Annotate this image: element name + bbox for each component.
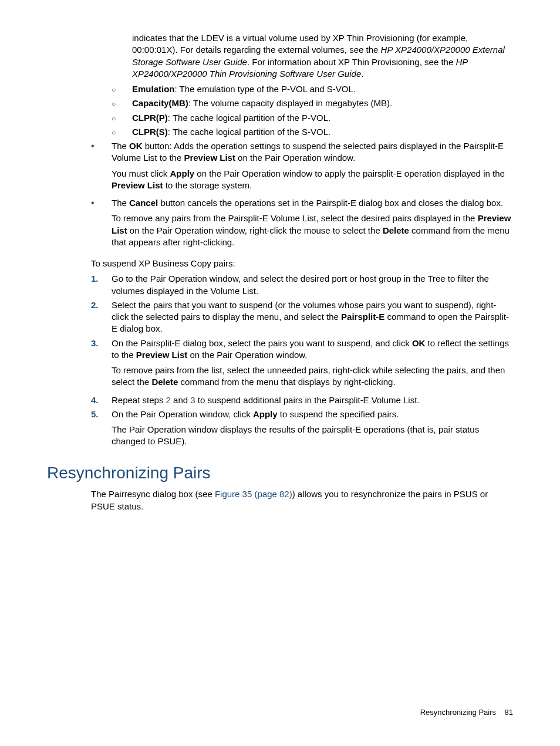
preview-list-label: Preview List (112, 180, 163, 190)
text: : The cache logical partition of the P-V… (168, 113, 330, 123)
list-content: Emulation: The emulation type of the P-V… (132, 83, 513, 95)
paragraph: The Pair Operation window displays the r… (112, 424, 513, 448)
link-step-2[interactable]: 2 (166, 395, 171, 405)
step-content: On the Pair Operation window, click Appl… (112, 409, 513, 451)
page-content: indicates that the LDEV is a virtual vol… (0, 0, 560, 534)
bullet-hollow-icon: ○ (112, 97, 132, 109)
paragraph: To remove any pairs from the Pairsplit-E… (112, 212, 513, 248)
bullet-solid-icon: • (91, 140, 112, 195)
sublist-item-clprp: ○ CLPR(P): The cache logical partition o… (112, 112, 513, 124)
intro-paragraph: indicates that the LDEV is a virtual vol… (132, 32, 513, 80)
text: On the Pairsplit-E dialog box, select th… (112, 338, 412, 348)
text: The (112, 141, 129, 151)
step-number: 5. (91, 409, 112, 451)
paragraph: To remove pairs from the list, select th… (112, 364, 513, 389)
cancel-label: Cancel (129, 198, 158, 208)
text: : The volume capacity displayed in megab… (188, 98, 392, 108)
step-number: 4. (91, 394, 112, 406)
text: and (171, 395, 190, 405)
suspend-intro: To suspend XP Business Copy pairs: (91, 258, 513, 269)
link-step-3[interactable]: 3 (190, 395, 195, 405)
text: To remove any pairs from the Pairsplit-E… (112, 213, 478, 223)
delete-label: Delete (151, 377, 178, 387)
text: command from the menu that displays by r… (178, 377, 395, 387)
text: Repeat steps (112, 395, 166, 405)
link-figure-35[interactable]: Figure 35 (page 82) (215, 489, 292, 499)
step-number: 1. (91, 273, 112, 297)
resync-paragraph: The Pairresync dialog box (see Figure 35… (91, 488, 513, 512)
sublist-item-clprs: ○ CLPR(S): The cache logical partition o… (112, 126, 513, 138)
text: The Pairresync dialog box (see (91, 489, 215, 499)
paragraph: On the Pair Operation window, click Appl… (112, 409, 513, 420)
label: Emulation (132, 84, 175, 94)
text: on the Pair Operation window. (187, 350, 307, 360)
text: The (112, 198, 129, 208)
preview-list-label: Preview List (136, 350, 188, 360)
paragraph: The Cancel button cancels the operations… (112, 197, 513, 209)
list-item-cancel: • The Cancel button cancels the operatio… (91, 197, 513, 252)
delete-label: Delete (383, 225, 409, 235)
step-content: Select the pairs that you want to suspen… (112, 299, 513, 335)
sublist-item-emulation: ○ Emulation: The emulation type of the P… (112, 83, 513, 95)
label: CLPR(S) (132, 127, 168, 137)
ok-label: OK (129, 141, 143, 151)
sublist-item-capacity: ○ Capacity(MB): The volume capacity disp… (112, 97, 513, 109)
page-footer: Resynchronizing Pairs 81 (420, 707, 513, 718)
step-number: 2. (91, 299, 112, 335)
preview-list-label: Preview List (184, 153, 235, 163)
text: : The cache logical partition of the S-V… (168, 127, 330, 137)
step-content: On the Pairsplit-E dialog box, select th… (112, 337, 513, 392)
list-content: CLPR(P): The cache logical partition of … (132, 112, 513, 124)
bullet-hollow-icon: ○ (112, 112, 132, 124)
pairsplit-label: Pairsplit-E (341, 312, 384, 322)
text: On the Pair Operation window, click (112, 409, 253, 419)
text: . (361, 69, 363, 79)
text: on the Pair Operation window, right-clic… (127, 225, 383, 235)
paragraph: You must click Apply on the Pair Operati… (112, 168, 513, 192)
list-content: CLPR(S): The cache logical partition of … (132, 126, 513, 138)
text: : The emulation type of the P-VOL and S-… (175, 84, 356, 94)
text: You must click (112, 168, 170, 178)
text: on the Pair Operation window. (235, 153, 355, 163)
step-4: 4. Repeat steps 2 and 3 to suspend addit… (91, 394, 513, 406)
label: Capacity(MB) (132, 98, 188, 108)
step-2: 2. Select the pairs that you want to sus… (91, 299, 513, 335)
text: button cancels the operations set in the… (158, 198, 503, 208)
apply-label: Apply (253, 409, 278, 419)
bullet-hollow-icon: ○ (112, 83, 132, 95)
step-3: 3. On the Pairsplit-E dialog box, select… (91, 337, 513, 392)
label: CLPR(P) (132, 113, 168, 123)
list-content: The OK button: Adds the operation settin… (112, 140, 513, 195)
paragraph: On the Pairsplit-E dialog box, select th… (112, 337, 513, 362)
text: to the storage system. (163, 180, 252, 190)
bullet-hollow-icon: ○ (112, 126, 132, 138)
step-5: 5. On the Pair Operation window, click A… (91, 409, 513, 451)
list-content: Capacity(MB): The volume capacity displa… (132, 97, 513, 109)
text: . For information about XP Thin Provisio… (247, 57, 456, 67)
apply-label: Apply (170, 168, 195, 178)
step-1: 1. Go to the Pair Operation window, and … (91, 273, 513, 297)
step-number: 3. (91, 337, 112, 392)
text: to suspend additional pairs in the Pairs… (195, 395, 420, 405)
bullet-solid-icon: • (91, 197, 112, 252)
step-content: Go to the Pair Operation window, and sel… (112, 273, 513, 297)
list-content: The Cancel button cancels the operations… (112, 197, 513, 252)
ok-label: OK (412, 338, 426, 348)
section-heading-resync: Resynchronizing Pairs (47, 462, 513, 484)
footer-label: Resynchronizing Pairs (420, 708, 496, 717)
list-item-ok: • The OK button: Adds the operation sett… (91, 140, 513, 195)
text: to suspend the specified pairs. (278, 409, 399, 419)
paragraph: The OK button: Adds the operation settin… (112, 140, 513, 164)
page-number: 81 (505, 708, 513, 717)
text: on the Pair Operation window to apply th… (194, 168, 505, 178)
step-content: Repeat steps 2 and 3 to suspend addition… (112, 394, 513, 406)
